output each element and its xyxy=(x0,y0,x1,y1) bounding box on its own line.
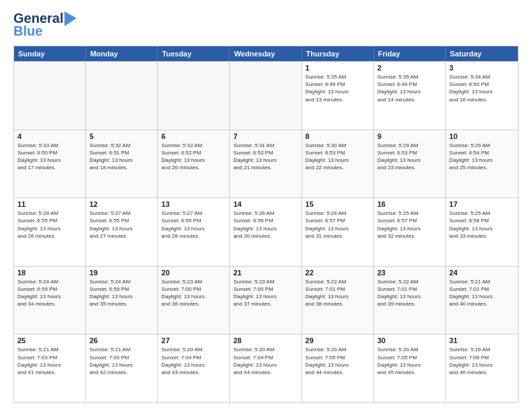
header-day-saturday: Saturday xyxy=(446,46,518,61)
cell-info: Sunrise: 5:26 AM Sunset: 6:57 PM Dayligh… xyxy=(306,210,370,240)
cal-cell-3-7: 17Sunrise: 5:25 AM Sunset: 6:58 PM Dayli… xyxy=(446,198,518,266)
cell-info: Sunrise: 5:19 AM Sunset: 7:06 PM Dayligh… xyxy=(449,346,515,376)
header-day-thursday: Thursday xyxy=(302,46,374,61)
cal-cell-2-7: 10Sunrise: 5:29 AM Sunset: 6:54 PM Dayli… xyxy=(446,130,518,198)
cell-info: Sunrise: 5:29 AM Sunset: 6:53 PM Dayligh… xyxy=(378,142,442,172)
day-number: 10 xyxy=(449,132,515,140)
cell-info: Sunrise: 5:32 AM Sunset: 6:51 PM Dayligh… xyxy=(89,142,154,172)
svg-marker-0 xyxy=(64,11,77,26)
day-number: 5 xyxy=(89,132,154,140)
cell-info: Sunrise: 5:33 AM Sunset: 6:50 PM Dayligh… xyxy=(17,142,82,172)
cell-info: Sunrise: 5:30 AM Sunset: 6:53 PM Dayligh… xyxy=(306,142,370,172)
day-number: 6 xyxy=(161,132,226,140)
cal-cell-4-5: 22Sunrise: 5:22 AM Sunset: 7:01 PM Dayli… xyxy=(302,267,374,334)
cal-cell-1-4 xyxy=(230,62,302,130)
day-number: 18 xyxy=(17,269,82,277)
calendar-header: SundayMondayTuesdayWednesdayThursdayFrid… xyxy=(14,46,518,61)
day-number: 9 xyxy=(378,132,442,140)
day-number: 30 xyxy=(378,336,442,345)
cal-cell-2-5: 8Sunrise: 5:30 AM Sunset: 6:53 PM Daylig… xyxy=(302,130,374,198)
cell-info: Sunrise: 5:27 AM Sunset: 6:56 PM Dayligh… xyxy=(161,210,226,240)
cell-info: Sunrise: 5:20 AM Sunset: 7:04 PM Dayligh… xyxy=(161,346,226,376)
day-number: 4 xyxy=(17,132,82,140)
cell-info: Sunrise: 5:23 AM Sunset: 7:00 PM Dayligh… xyxy=(233,278,298,308)
day-number: 23 xyxy=(378,269,442,277)
day-number: 12 xyxy=(89,200,154,208)
day-number: 22 xyxy=(306,269,370,277)
header-day-sunday: Sunday xyxy=(14,46,86,61)
day-number: 25 xyxy=(17,336,82,345)
cell-info: Sunrise: 5:24 AM Sunset: 6:59 PM Dayligh… xyxy=(89,278,154,308)
logo-blue: Blue xyxy=(13,24,42,39)
cal-cell-2-1: 4Sunrise: 5:33 AM Sunset: 6:50 PM Daylig… xyxy=(14,130,86,198)
cal-cell-1-2 xyxy=(86,62,158,130)
page: General Blue SundayMondayTuesdayWednesda… xyxy=(0,0,532,411)
cal-cell-3-3: 13Sunrise: 5:27 AM Sunset: 6:56 PM Dayli… xyxy=(158,198,230,266)
cal-cell-3-4: 14Sunrise: 5:26 AM Sunset: 6:56 PM Dayli… xyxy=(230,198,302,266)
day-number: 8 xyxy=(306,132,370,140)
calendar-row-3: 11Sunrise: 5:28 AM Sunset: 6:55 PM Dayli… xyxy=(14,197,518,266)
day-number: 2 xyxy=(378,64,442,72)
cal-cell-5-5: 29Sunrise: 5:20 AM Sunset: 7:05 PM Dayli… xyxy=(302,334,374,402)
day-number: 31 xyxy=(449,336,515,345)
cal-cell-2-3: 6Sunrise: 5:32 AM Sunset: 6:52 PM Daylig… xyxy=(158,130,230,198)
cell-info: Sunrise: 5:35 AM Sunset: 6:49 PM Dayligh… xyxy=(378,73,442,103)
day-number: 26 xyxy=(89,336,154,345)
cell-info: Sunrise: 5:21 AM Sunset: 7:03 PM Dayligh… xyxy=(89,346,154,376)
cal-cell-2-2: 5Sunrise: 5:32 AM Sunset: 6:51 PM Daylig… xyxy=(86,130,158,198)
day-number: 14 xyxy=(233,200,298,208)
cell-info: Sunrise: 5:23 AM Sunset: 7:00 PM Dayligh… xyxy=(161,278,226,308)
day-number: 29 xyxy=(306,336,370,345)
day-number: 27 xyxy=(161,336,226,345)
cal-cell-3-1: 11Sunrise: 5:28 AM Sunset: 6:55 PM Dayli… xyxy=(14,198,86,266)
cell-info: Sunrise: 5:34 AM Sunset: 6:50 PM Dayligh… xyxy=(449,73,515,103)
cal-cell-3-2: 12Sunrise: 5:27 AM Sunset: 6:55 PM Dayli… xyxy=(86,198,158,266)
header-day-friday: Friday xyxy=(374,46,446,61)
logo: General Blue xyxy=(13,11,77,39)
cal-cell-5-6: 30Sunrise: 5:20 AM Sunset: 7:05 PM Dayli… xyxy=(374,334,446,402)
cell-info: Sunrise: 5:21 AM Sunset: 7:02 PM Dayligh… xyxy=(449,278,515,308)
cal-cell-5-3: 27Sunrise: 5:20 AM Sunset: 7:04 PM Dayli… xyxy=(158,334,230,402)
calendar-row-4: 18Sunrise: 5:24 AM Sunset: 6:59 PM Dayli… xyxy=(14,266,518,334)
cell-info: Sunrise: 5:28 AM Sunset: 6:55 PM Dayligh… xyxy=(17,210,82,240)
cal-cell-5-7: 31Sunrise: 5:19 AM Sunset: 7:06 PM Dayli… xyxy=(446,334,518,402)
cal-cell-5-4: 28Sunrise: 5:20 AM Sunset: 7:04 PM Dayli… xyxy=(230,334,302,402)
day-number: 16 xyxy=(378,200,442,208)
cal-cell-4-2: 19Sunrise: 5:24 AM Sunset: 6:59 PM Dayli… xyxy=(86,267,158,334)
cell-info: Sunrise: 5:21 AM Sunset: 7:03 PM Dayligh… xyxy=(17,346,82,376)
cal-cell-4-6: 23Sunrise: 5:22 AM Sunset: 7:01 PM Dayli… xyxy=(374,267,446,334)
cal-cell-3-5: 15Sunrise: 5:26 AM Sunset: 6:57 PM Dayli… xyxy=(302,198,374,266)
cal-cell-4-1: 18Sunrise: 5:24 AM Sunset: 6:59 PM Dayli… xyxy=(14,267,86,334)
cal-cell-3-6: 16Sunrise: 5:25 AM Sunset: 6:57 PM Dayli… xyxy=(374,198,446,266)
header-day-wednesday: Wednesday xyxy=(230,46,302,61)
cell-info: Sunrise: 5:26 AM Sunset: 6:56 PM Dayligh… xyxy=(233,210,298,240)
day-number: 13 xyxy=(161,200,226,208)
cell-info: Sunrise: 5:25 AM Sunset: 6:58 PM Dayligh… xyxy=(449,210,515,240)
header-day-monday: Monday xyxy=(86,46,158,61)
calendar-row-5: 25Sunrise: 5:21 AM Sunset: 7:03 PM Dayli… xyxy=(14,334,518,402)
cal-cell-4-4: 21Sunrise: 5:23 AM Sunset: 7:00 PM Dayli… xyxy=(230,267,302,334)
cell-info: Sunrise: 5:20 AM Sunset: 7:05 PM Dayligh… xyxy=(378,346,442,376)
cell-info: Sunrise: 5:20 AM Sunset: 7:05 PM Dayligh… xyxy=(306,346,370,376)
cal-cell-1-5: 1Sunrise: 5:35 AM Sunset: 6:49 PM Daylig… xyxy=(302,62,374,130)
day-number: 1 xyxy=(306,64,370,72)
header-day-tuesday: Tuesday xyxy=(158,46,230,61)
cal-cell-4-3: 20Sunrise: 5:23 AM Sunset: 7:00 PM Dayli… xyxy=(158,267,230,334)
day-number: 7 xyxy=(233,132,298,140)
cell-info: Sunrise: 5:32 AM Sunset: 6:52 PM Dayligh… xyxy=(161,142,226,172)
day-number: 24 xyxy=(449,269,515,277)
cal-cell-5-2: 26Sunrise: 5:21 AM Sunset: 7:03 PM Dayli… xyxy=(86,334,158,402)
cal-cell-5-1: 25Sunrise: 5:21 AM Sunset: 7:03 PM Dayli… xyxy=(14,334,86,402)
cell-info: Sunrise: 5:31 AM Sunset: 6:52 PM Dayligh… xyxy=(233,142,298,172)
cell-info: Sunrise: 5:22 AM Sunset: 7:01 PM Dayligh… xyxy=(306,278,370,308)
day-number: 11 xyxy=(17,200,82,208)
cal-cell-4-7: 24Sunrise: 5:21 AM Sunset: 7:02 PM Dayli… xyxy=(446,267,518,334)
cell-info: Sunrise: 5:22 AM Sunset: 7:01 PM Dayligh… xyxy=(378,278,442,308)
day-number: 20 xyxy=(161,269,226,277)
header: General Blue xyxy=(13,11,519,39)
cal-cell-1-1 xyxy=(14,62,86,130)
cal-cell-1-3 xyxy=(158,62,230,130)
day-number: 21 xyxy=(233,269,298,277)
day-number: 28 xyxy=(233,336,298,345)
cell-info: Sunrise: 5:20 AM Sunset: 7:04 PM Dayligh… xyxy=(233,346,298,376)
